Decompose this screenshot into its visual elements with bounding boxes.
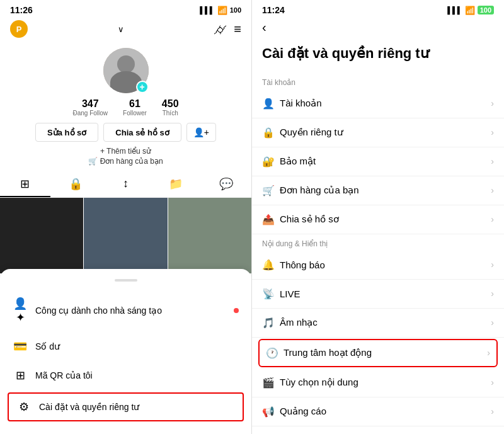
stat-likes: 450 Thích — [162, 98, 179, 117]
left-status-icons: ▌▌▌ 📶 100 — [200, 6, 241, 15]
menu-item-qr[interactable]: ⊞ Mã QR của tôi — [0, 361, 251, 390]
r-signal-icon: ▌▌▌ — [447, 6, 462, 14]
activity-label: Trung tâm hoạt động — [284, 347, 487, 358]
qr-icon: ⊞ — [13, 368, 28, 382]
right-time: 11:24 — [262, 5, 285, 15]
share-profile-button[interactable]: Chia sẻ hồ sơ — [103, 123, 181, 142]
chevron-icon-4: › — [491, 185, 494, 195]
settings-item-activity[interactable]: 🕐 Trung tâm hoạt động › — [258, 339, 498, 367]
chevron-icon: › — [491, 98, 494, 108]
chevron-icon-7: › — [491, 288, 494, 299]
right-status-bar: 11:24 ▌▌▌ 📶 100 — [252, 0, 504, 18]
orders-label: Đơn hàng của bạn — [280, 185, 491, 196]
profile-buttons: Sửa hồ sơ Chia sẻ hồ sơ 👤+ — [35, 123, 216, 142]
photo-3 — [168, 198, 251, 273]
add-user-button[interactable]: 👤+ — [186, 123, 216, 142]
settings-item-ads[interactable]: 📢 Quảng cáo › — [252, 397, 504, 426]
content-settings-list: 🔔 Thông báo › 📡 LIVE › 🎵 Âm nhạc › 🕐 Tru… — [252, 251, 504, 426]
photo-2 — [84, 198, 167, 273]
ads-icon: 📢 — [262, 406, 280, 418]
balance-label: Số dư — [35, 341, 239, 351]
settings-item-music[interactable]: 🎵 Âm nhạc › — [252, 309, 504, 338]
photo-1 — [0, 198, 83, 273]
edit-profile-button[interactable]: Sửa hồ sơ — [35, 123, 98, 142]
menu-item-creator[interactable]: 👤✦ Công cụ dành cho nhà sáng tạo — [0, 289, 251, 332]
avatar-letter[interactable]: P — [10, 20, 28, 38]
phone-right: 11:24 ▌▌▌ 📶 100 ‹ Cài đặt và quyền riêng… — [252, 0, 504, 434]
chevron-icon-9: › — [487, 348, 490, 358]
orders-icon: 🛒 — [262, 185, 280, 197]
menu-item-balance[interactable]: 💳 Số dư — [0, 332, 251, 361]
stat-following-number: 347 — [72, 98, 108, 110]
bio-link[interactable]: + Thêm tiểu sử — [100, 147, 151, 156]
order-link[interactable]: 🛒 Đơn hàng của bạn — [88, 157, 163, 166]
menu-handle — [115, 279, 137, 282]
phone-left: 11:26 ▌▌▌ 📶 100 P ∨ ⌭ ≡ + 347 Đang Follo… — [0, 0, 252, 434]
menu-item-settings[interactable]: ⚙ Cài đặt và quyền riêng tư — [8, 392, 244, 421]
account-label: Tài khoản — [280, 98, 491, 109]
stat-follower-number: 61 — [123, 98, 147, 110]
tab-lock[interactable]: 🔒 — [50, 172, 101, 197]
right-status-icons: ▌▌▌ 📶 100 — [447, 6, 494, 15]
settings-item-notifications[interactable]: 🔔 Thông báo › — [252, 251, 504, 280]
battery-label: 100 — [230, 6, 241, 14]
wifi-icon: 📶 — [217, 6, 227, 15]
notifications-label: Thông báo — [280, 260, 491, 270]
add-person-icon: 👤+ — [193, 127, 209, 137]
overlay-menu: 👤✦ Công cụ dành cho nhà sáng tạo 💳 Số dư… — [0, 269, 251, 434]
music-label: Âm nhạc — [280, 317, 491, 328]
chevron-icon-6: › — [491, 260, 494, 270]
tab-repost[interactable]: ↕ — [101, 172, 151, 197]
top-bar-icons: ⌭ ≡ — [214, 22, 241, 37]
chevron-icon-2: › — [491, 127, 494, 137]
settings-item-content-pref[interactable]: 🎬 Tùy chọn nội dung › — [252, 368, 504, 397]
stat-following: 347 Đang Follow — [72, 98, 108, 117]
tab-bar: ⊞ 🔒 ↕ 📁 💬 — [0, 172, 251, 198]
profile-avatar-wrapper: + — [103, 48, 149, 93]
settings-item-live[interactable]: 📡 LIVE › — [252, 280, 504, 309]
settings-item-privacy[interactable]: 🔒 Quyền riêng tư › — [252, 118, 504, 147]
qr-label: Mã QR của tôi — [35, 370, 239, 380]
account-settings-list: 👤 Tài khoản › 🔒 Quyền riêng tư › 🔐 Bảo m… — [252, 89, 504, 234]
back-arrow-icon[interactable]: ‹ — [262, 20, 266, 34]
settings-item-share-profile[interactable]: 📤 Chia sẻ hồ sơ › — [252, 205, 504, 234]
settings-label: Cài đặt và quyền riêng tư — [39, 402, 235, 412]
security-label: Bảo mật — [280, 156, 491, 167]
settings-icon: ⚙ — [16, 400, 32, 414]
menu-icon[interactable]: ≡ — [234, 22, 241, 37]
left-status-bar: 11:26 ▌▌▌ 📶 100 — [0, 0, 251, 18]
add-avatar-icon[interactable]: + — [136, 81, 149, 93]
chevron-icon-11: › — [491, 406, 494, 416]
chevron-icon-10: › — [491, 377, 494, 387]
content-pref-label: Tùy chọn nội dung — [280, 377, 491, 388]
notification-dot — [234, 308, 239, 313]
share-icon: 📤 — [262, 214, 280, 226]
chevron-icon-5: › — [491, 214, 494, 224]
tab-grid[interactable]: ⊞ — [0, 172, 50, 197]
stat-following-label: Đang Follow — [72, 110, 108, 117]
balance-icon: 💳 — [13, 340, 28, 353]
person-icon[interactable]: ⌭ — [214, 22, 226, 37]
stat-likes-label: Thích — [162, 110, 179, 117]
privacy-label: Quyền riêng tư — [280, 127, 491, 138]
signal-icon: ▌▌▌ — [200, 6, 214, 14]
chevron-down-icon[interactable]: ∨ — [118, 25, 124, 34]
creator-icon: 👤✦ — [13, 297, 28, 324]
tab-chat[interactable]: 💬 — [201, 172, 251, 197]
notifications-icon: 🔔 — [262, 259, 280, 271]
chevron-icon-8: › — [491, 317, 494, 328]
music-icon: 🎵 — [262, 317, 280, 329]
stat-follower-label: Follower — [123, 110, 147, 117]
left-time: 11:26 — [10, 5, 33, 15]
chevron-icon-3: › — [491, 156, 494, 166]
settings-item-account[interactable]: 👤 Tài khoản › — [252, 89, 504, 118]
activity-icon: 🕐 — [266, 347, 284, 359]
creator-label: Công cụ dành cho nhà sáng tạo — [35, 306, 226, 316]
privacy-icon: 🔒 — [262, 127, 280, 139]
stat-follower: 61 Follower — [123, 98, 147, 117]
tab-folder[interactable]: 📁 — [151, 172, 201, 197]
left-top-bar: P ∨ ⌭ ≡ — [0, 18, 251, 43]
settings-item-orders[interactable]: 🛒 Đơn hàng của bạn › — [252, 176, 504, 205]
settings-item-security[interactable]: 🔐 Bảo mật › — [252, 147, 504, 176]
share-profile-label: Chia sẻ hồ sơ — [280, 214, 491, 225]
